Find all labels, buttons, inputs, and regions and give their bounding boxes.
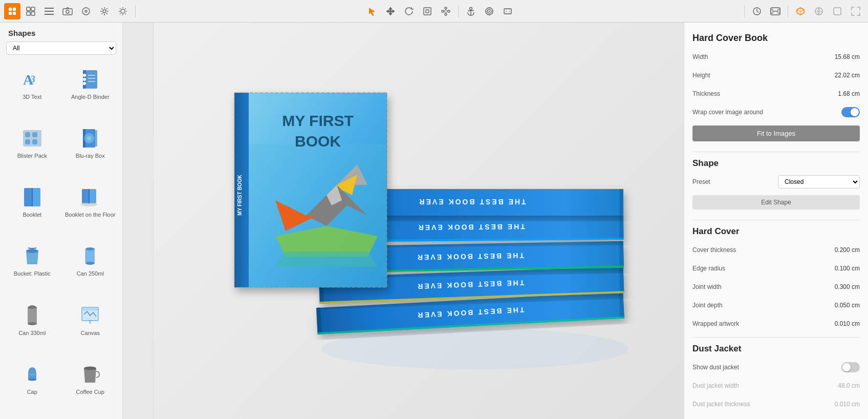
globe-button[interactable]: [811, 3, 827, 19]
shape-item-blister-pack[interactable]: Blister Pack: [4, 122, 60, 179]
rotate-tool[interactable]: [401, 3, 417, 19]
edge-radius-label: Edge radius: [692, 265, 725, 272]
svg-point-79: [85, 262, 95, 265]
show-dust-jacket-row: Show dust jacket: [692, 360, 860, 374]
svg-rect-0: [9, 8, 12, 11]
top-toolbar: [0, 0, 868, 23]
preset-row: Preset Closed Open Half Open: [692, 175, 860, 189]
joint-depth-row: Joint depth 0.050 cm: [692, 298, 860, 312]
3d-object-button[interactable]: [792, 3, 809, 19]
shape-icon-canvas: [78, 303, 102, 328]
mask-tool[interactable]: [500, 3, 516, 19]
shape-item-booklet[interactable]: Booklet: [4, 181, 60, 238]
nodes-tool[interactable]: [438, 3, 454, 19]
shapes-filter[interactable]: All 3D Books Boxes Bottles: [0, 41, 122, 59]
shape-icon-booklet-floor: [78, 185, 102, 210]
shape-label-canvas: Canvas: [81, 330, 100, 337]
svg-rect-109: [619, 213, 623, 240]
square-button[interactable]: [829, 3, 845, 19]
right-tools: [749, 3, 864, 19]
width-label: Width: [692, 53, 708, 60]
preset-label: Preset: [692, 178, 710, 185]
shape-item-booklet-floor[interactable]: Booklet on the Floor: [62, 181, 119, 238]
preset-select[interactable]: Closed Open Half Open: [778, 175, 860, 188]
divider-2: [692, 220, 860, 220]
add-button[interactable]: [4, 3, 20, 19]
grid-button[interactable]: [23, 3, 39, 19]
svg-rect-7: [31, 12, 35, 15]
divider-1: [692, 152, 860, 152]
shape-label-binder: Angle-D Binder: [71, 94, 110, 100]
thickness-value: 1.68 cm: [838, 90, 860, 97]
edit-shape-button[interactable]: Edit Shape: [692, 195, 860, 210]
height-row: Height 22.02 cm: [692, 68, 860, 82]
timeline-button[interactable]: [749, 3, 765, 19]
svg-text:THE BEST BOOK EVER: THE BEST BOOK EVER: [418, 198, 526, 206]
shape-item-3d-text[interactable]: A 3 3D Text: [4, 63, 60, 120]
shape-item-blu-ray-box[interactable]: Blu-ray Box: [62, 122, 119, 179]
menu-button[interactable]: [41, 3, 57, 19]
wrap-cover-row: Wrap cover image around: [692, 105, 860, 119]
target-tool[interactable]: [481, 3, 497, 19]
svg-rect-1: [13, 8, 16, 11]
svg-point-88: [28, 378, 36, 381]
settings-button[interactable]: [96, 3, 113, 19]
shape-label-bucket: Bucket: Plastic: [14, 270, 51, 277]
right-panel: Hard Cover Book Width 15.68 cm Height 22…: [684, 23, 868, 419]
svg-rect-26: [426, 10, 429, 13]
dust-jacket-width-label: Dust jacket width: [692, 382, 739, 389]
shape-icon-can-330: [20, 303, 45, 328]
thickness-row: Thickness 1.68 cm: [692, 87, 860, 101]
anchor-tool[interactable]: [463, 3, 479, 19]
shape-item-cap[interactable]: Cap: [4, 358, 60, 415]
shape-label-booklet-floor: Booklet on the Floor: [65, 212, 115, 218]
lighting-button[interactable]: [115, 3, 131, 19]
svg-rect-81: [28, 307, 37, 324]
crop-button[interactable]: [78, 3, 94, 19]
shape-label-can-250: Can 250ml: [77, 270, 104, 277]
camera-button[interactable]: [59, 3, 76, 19]
shape-icon-blister-pack: [20, 126, 45, 151]
svg-point-57: [83, 78, 86, 81]
shapes-filter-select[interactable]: All 3D Books Boxes Bottles: [6, 41, 116, 55]
canvas-area[interactable]: THE BEST BOOK EVER THE BEST BOOK EVER TH…: [154, 23, 684, 419]
show-dust-jacket-toggle[interactable]: [841, 362, 860, 372]
dust-jacket-width-value: 48.0 cm: [838, 382, 860, 389]
svg-rect-6: [27, 12, 30, 15]
shape-item-can-250[interactable]: Can 250ml: [62, 240, 119, 297]
joint-width-label: Joint width: [692, 283, 722, 290]
resize-tool[interactable]: [419, 3, 436, 19]
joint-depth-label: Joint depth: [692, 302, 723, 309]
shape-section-title: Shape: [692, 158, 860, 169]
cover-thickness-row: Cover thickness 0.200 cm: [692, 243, 860, 257]
svg-rect-114: [619, 189, 623, 216]
expand-button[interactable]: [848, 3, 864, 19]
wrap-artwork-edge-row: Wrap artwork to edge: [692, 415, 860, 419]
object-title: Hard Cover Book: [692, 33, 860, 44]
separator-2: [458, 5, 459, 17]
film-button[interactable]: [767, 3, 784, 19]
svg-rect-65: [25, 139, 30, 144]
select-tool[interactable]: [364, 3, 380, 19]
svg-point-27: [442, 10, 444, 12]
book-scene-svg: THE BEST BOOK EVER THE BEST BOOK EVER TH…: [199, 62, 639, 380]
svg-rect-66: [32, 139, 37, 144]
separator-1: [135, 5, 136, 17]
shape-item-bucket[interactable]: Bucket: Plastic: [4, 240, 60, 297]
wrap-cover-toggle[interactable]: [841, 107, 860, 117]
dust-jacket-thickness-label: Dust jacket thickness: [692, 401, 750, 408]
shape-item-can-330[interactable]: Can 330ml: [4, 299, 60, 356]
svg-point-58: [83, 82, 86, 85]
svg-point-89: [29, 373, 35, 375]
shape-item-binder[interactable]: Angle-D Binder: [62, 63, 119, 120]
wrapped-artwork-row: Wrapped artwork 0.010 cm: [692, 317, 860, 331]
move-tool[interactable]: [382, 3, 399, 19]
shape-item-coffee-cup[interactable]: Coffee Cup: [62, 358, 119, 415]
shape-item-canvas[interactable]: Canvas: [62, 299, 119, 356]
wrapped-artwork-label: Wrapped artwork: [692, 320, 739, 327]
fit-to-images-button[interactable]: Fit to Images: [692, 125, 860, 141]
svg-rect-5: [31, 7, 35, 11]
shape-label-booklet: Booklet: [23, 212, 41, 218]
svg-text:MY FIRST: MY FIRST: [282, 112, 353, 129]
dust-jacket-width-row: Dust jacket width 48.0 cm: [692, 379, 860, 393]
